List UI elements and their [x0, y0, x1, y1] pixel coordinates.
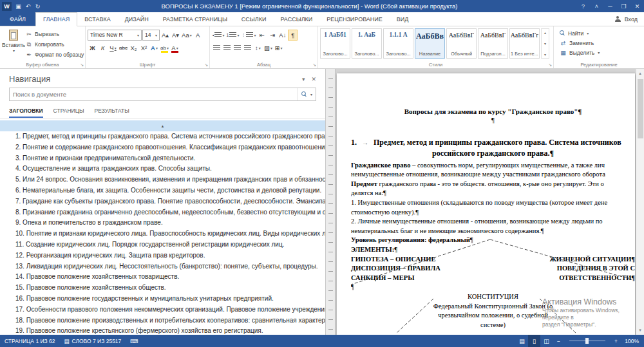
language-indicator[interactable]: ⌨: [126, 335, 142, 347]
document-text-line[interactable]: ЭЛЕМЕНТЫ:¶: [351, 245, 635, 255]
account-icon[interactable]: [615, 16, 621, 22]
dialog-launcher-icon[interactable]: ↘: [548, 62, 552, 68]
empty-paragraph-mark[interactable]: ¶: [351, 283, 635, 292]
nav-tab[interactable]: РЕЗУЛЬТАТЫ: [94, 108, 129, 118]
sign-in-link[interactable]: Вход: [625, 16, 638, 23]
bullet-list-button[interactable]: •▾: [212, 30, 225, 41]
align-center-button[interactable]: [222, 42, 232, 53]
redo-icon[interactable]: ↻: [33, 3, 43, 10]
zoom-out-button[interactable]: −: [553, 335, 565, 347]
document-page[interactable]: Вопросы для экзамена по курсу "Гражданск…: [337, 73, 635, 335]
dialog-launcher-icon[interactable]: ↘: [204, 62, 208, 68]
chevron-down-icon[interactable]: ▾: [310, 92, 312, 97]
heading-list-item[interactable]: 9. Опека и попечительство в гражданском …: [0, 218, 325, 229]
heading-list-item[interactable]: 12. Реорганизация юридических лиц. Защит…: [0, 250, 325, 261]
dialog-launcher-icon[interactable]: ↘: [80, 62, 84, 68]
ribbon-tab[interactable]: ССЫЛКИ: [234, 12, 274, 26]
heading-list-item[interactable]: 7. Граждане как субъекты гражданского пр…: [0, 196, 325, 207]
search-icon[interactable]: [301, 91, 307, 97]
style-card[interactable]: 1. АаБ Заголово...: [352, 28, 382, 59]
text-effects-button[interactable]: А▾: [149, 42, 159, 53]
norm-elements-row[interactable]: ДИСПОЗИЦИЯ – ПРАВИЛАПОВЕДЕНИЯ В ЭТОЙ С: [351, 264, 635, 274]
increase-indent-button[interactable]: ⇥: [267, 30, 277, 41]
borders-button[interactable]: ⊞▾: [274, 42, 283, 53]
copy-button[interactable]: ⧉ Копировать: [25, 39, 84, 50]
document-text-line[interactable]: Уровень регулирования: федеральный¶: [351, 236, 635, 245]
multilevel-list-button[interactable]: ⋮▾: [240, 30, 256, 41]
shrink-font-button[interactable]: А▾: [171, 30, 180, 41]
line-spacing-button[interactable]: ↕▾: [253, 42, 263, 53]
nav-pane-close-icon[interactable]: ✕: [311, 76, 316, 82]
document-text-line[interactable]: стоимостную оценку).¶: [351, 208, 635, 218]
find-button[interactable]: Найти ▾: [556, 28, 642, 38]
document-text-line[interactable]: Предмет гражданского права - это те обще…: [351, 180, 635, 189]
heading-list-item[interactable]: 3. Понятие и признаки предпринимательско…: [0, 153, 325, 164]
ribbon-tab[interactable]: РАЗМЕТКА СТРАНИЦЫ: [156, 12, 234, 26]
zoom-level[interactable]: 100%: [622, 338, 644, 344]
style-card[interactable]: АаБбВвГг 1 Без инте...: [509, 28, 540, 59]
restore-icon[interactable]: ❐: [617, 3, 630, 10]
document-heading-line1[interactable]: 1.→Предмет, метод и принципы гражданског…: [351, 137, 635, 148]
heading-list-item[interactable]: 17. Особенности правового положения неко…: [0, 305, 325, 315]
underline-button[interactable]: Ч▾: [108, 42, 118, 53]
show-formatting-marks-button[interactable]: ¶: [288, 30, 298, 41]
selected-heading-row[interactable]: ▲: [0, 120, 325, 131]
shading-button[interactable]: ▨▾: [263, 42, 273, 53]
heading-list-item[interactable]: 1. Предмет, метод и принципы гражданског…: [0, 131, 325, 142]
ribbon-tab[interactable]: РЕЦЕНЗИРОВАНИЕ: [319, 12, 390, 26]
clear-formatting-button[interactable]: А: [193, 30, 203, 41]
heading-list-item[interactable]: 5. Или 24 вопрос. Основания возникновени…: [0, 174, 325, 185]
page-indicator[interactable]: СТРАНИЦА 1 ИЗ 62: [0, 335, 60, 347]
vertical-scrollbar[interactable]: ▴ ▾: [636, 69, 644, 335]
close-icon[interactable]: ✕: [630, 3, 644, 10]
superscript-button[interactable]: X²: [139, 42, 149, 53]
document-text-line[interactable]: 1. Имущественные отношения (складываются…: [351, 198, 635, 208]
scroll-down-icon[interactable]: ▾: [639, 328, 641, 333]
scroll-up-icon[interactable]: ▴: [639, 71, 641, 76]
help-icon[interactable]: ?: [576, 3, 590, 10]
norm-elements-row[interactable]: САНКЦИЯ – МЕРЫОТВЕТСТВЕННОСТИ¶: [351, 274, 635, 283]
highlight-color-button[interactable]: ab▾: [160, 42, 169, 53]
ribbon-tab[interactable]: ВИД: [390, 12, 416, 26]
font-family-combobox[interactable]: Times New R ▾: [88, 30, 142, 41]
heading-list-item[interactable]: 13. Ликвидация юридических лиц. Несостоя…: [0, 261, 325, 272]
styles-more-icon[interactable]: ▾: [544, 52, 546, 57]
empty-paragraph-mark[interactable]: ¶: [351, 116, 635, 126]
change-case-button[interactable]: Аа▾: [181, 30, 193, 41]
decrease-indent-button[interactable]: ⇤: [257, 30, 267, 41]
replace-button[interactable]: ⇄ Заменить: [556, 38, 642, 48]
heading-list-item[interactable]: 14. Правовое положение хозяйственных тов…: [0, 272, 325, 283]
nav-tab[interactable]: ЗАГОЛОВКИ: [9, 108, 43, 118]
search-input[interactable]: [10, 91, 298, 98]
align-right-button[interactable]: [232, 42, 242, 53]
font-size-combobox[interactable]: 14 ▾: [142, 30, 160, 41]
sort-button[interactable]: А↓: [278, 30, 287, 41]
heading-list-item[interactable]: 10. Понятие и признаки юридического лица…: [0, 229, 325, 239]
print-layout-button[interactable]: ▯: [528, 335, 540, 347]
heading-list-item[interactable]: 2. Понятие и содержание гражданского пра…: [0, 142, 325, 153]
style-card[interactable]: АаБбВвГ Подзагол...: [478, 28, 508, 59]
heading-list-item[interactable]: 15. Правовое положение хозяйственных общ…: [0, 283, 325, 294]
italic-button[interactable]: К: [98, 42, 108, 53]
document-text-line[interactable]: неимущественные отношения, возникающие м…: [351, 170, 635, 180]
undo-icon[interactable]: ↶: [23, 3, 33, 10]
word-count-indicator[interactable]: ▤ СЛОВО 7 ИЗ 25517: [60, 335, 126, 347]
justify-button[interactable]: [243, 42, 252, 53]
zoom-slider-thumb[interactable]: [585, 338, 589, 344]
web-layout-button[interactable]: ◫: [540, 335, 553, 347]
zoom-slider[interactable]: [569, 341, 605, 341]
strikethrough-button[interactable]: abc: [118, 42, 128, 53]
minimize-icon[interactable]: ─: [603, 3, 617, 10]
heading-list-item[interactable]: 6. Нематериальные блага, их защита. Особ…: [0, 185, 325, 196]
styles-scroll-down-icon[interactable]: ▾: [544, 41, 546, 46]
align-left-button[interactable]: [212, 42, 222, 53]
styles-scroll-up-icon[interactable]: ▴: [544, 30, 546, 35]
format-painter-button[interactable]: ✒ Формат по образцу: [25, 50, 84, 60]
numbered-list-button[interactable]: 1▾: [225, 30, 240, 41]
select-button[interactable]: ▦ Выделить ▾: [556, 48, 642, 57]
subscript-button[interactable]: X₂: [129, 42, 138, 53]
bold-button[interactable]: Ж: [88, 42, 97, 53]
nav-pane-options-icon[interactable]: ▾: [302, 76, 305, 82]
heading-list-item[interactable]: 18. Правовое положение производственных …: [0, 315, 325, 326]
cut-button[interactable]: ✂ Вырезать: [25, 29, 84, 39]
